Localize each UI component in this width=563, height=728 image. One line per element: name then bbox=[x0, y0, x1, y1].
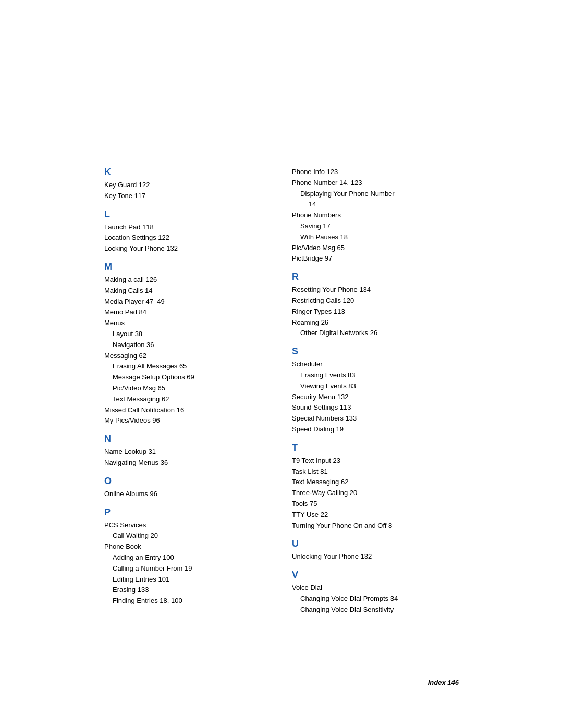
section-letter-r: R bbox=[292, 272, 459, 282]
entry: Unlocking Your Phone 132 bbox=[292, 551, 459, 562]
section-entries-n: Name Lookup 31 Navigating Menus 36 bbox=[104, 447, 271, 468]
entry: Location Settings 122 bbox=[104, 232, 271, 243]
entry: Launch Pad 118 bbox=[104, 222, 271, 233]
section-p: P PCS Services Call Waiting 20 Phone Boo… bbox=[104, 507, 271, 607]
entry: Memo Pad 84 bbox=[104, 307, 271, 318]
section-entries-l: Launch Pad 118 Location Settings 122 Loc… bbox=[104, 222, 271, 254]
section-letter-v: V bbox=[292, 570, 459, 581]
entry: Phone Number 14, 123 bbox=[292, 178, 459, 189]
section-letter-k: K bbox=[104, 167, 271, 178]
entry: Key Guard 122 bbox=[104, 180, 271, 191]
sub-entry: Navigation 36 bbox=[104, 340, 271, 351]
entry: TTY Use 22 bbox=[292, 510, 459, 521]
section-entries-t: T9 Text Input 23 Task List 81 Text Messa… bbox=[292, 455, 459, 532]
section-letter-l: L bbox=[104, 209, 271, 220]
sub-sub-entry: 14 bbox=[292, 199, 459, 210]
entry: Making Calls 14 bbox=[104, 286, 271, 297]
section-entries-u: Unlocking Your Phone 132 bbox=[292, 551, 459, 562]
sub-entry: Viewing Events 83 bbox=[292, 381, 459, 392]
page-footer: Index 146 bbox=[428, 678, 459, 686]
section-n: N Name Lookup 31 Navigating Menus 36 bbox=[104, 434, 271, 468]
entry: Phone Numbers bbox=[292, 210, 459, 221]
sub-entry: Call Waiting 20 bbox=[104, 530, 271, 541]
entry: Ringer Types 113 bbox=[292, 306, 459, 317]
section-entries-r: Resetting Your Phone 134 Restricting Cal… bbox=[292, 285, 459, 339]
entry: Making a call 126 bbox=[104, 275, 271, 286]
section-letter-s: S bbox=[292, 346, 459, 357]
section-r: R Resetting Your Phone 134 Restricting C… bbox=[292, 272, 459, 339]
section-t: T T9 Text Input 23 Task List 81 Text Mes… bbox=[292, 442, 459, 532]
sub-entry: Message Setup Options 69 bbox=[104, 372, 271, 383]
entry: Three-Way Calling 20 bbox=[292, 488, 459, 499]
page: K Key Guard 122 Key Tone 117 L Launch Pa… bbox=[0, 0, 563, 728]
sub-entry: Text Messaging 62 bbox=[104, 394, 271, 405]
sub-entry: Erasing All Messages 65 bbox=[104, 361, 271, 372]
entry: PictBridge 97 bbox=[292, 253, 459, 264]
sub-entry: Editing Entries 101 bbox=[104, 574, 271, 585]
entry: Roaming 26 bbox=[292, 317, 459, 328]
sub-entry: Finding Entries 18, 100 bbox=[104, 596, 271, 607]
section-l: L Launch Pad 118 Location Settings 122 L… bbox=[104, 209, 271, 254]
entry: Pic/Video Msg 65 bbox=[292, 243, 459, 254]
section-letter-m: M bbox=[104, 262, 271, 273]
entry: Special Numbers 133 bbox=[292, 413, 459, 424]
footer-text: Index 146 bbox=[428, 678, 459, 686]
section-k: K Key Guard 122 Key Tone 117 bbox=[104, 167, 271, 202]
sub-entry: Calling a Number From 19 bbox=[104, 563, 271, 574]
entry: Speed Dialing 19 bbox=[292, 424, 459, 435]
section-m: M Making a call 126 Making Calls 14 Medi… bbox=[104, 262, 271, 426]
section-entries-o: Online Albums 96 bbox=[104, 489, 271, 500]
entry: Name Lookup 31 bbox=[104, 447, 271, 458]
sub-entry: Erasing 133 bbox=[104, 585, 271, 596]
entry: Text Messaging 62 bbox=[292, 477, 459, 488]
entry: Resetting Your Phone 134 bbox=[292, 285, 459, 295]
sub-entry: Pic/Video Msg 65 bbox=[104, 383, 271, 394]
section-entries-m: Making a call 126 Making Calls 14 Media … bbox=[104, 275, 271, 426]
entry: Restricting Calls 120 bbox=[292, 295, 459, 306]
entry: Scheduler bbox=[292, 359, 459, 370]
section-letter-o: O bbox=[104, 476, 271, 487]
section-entries-v: Voice Dial Changing Voice Dial Prompts 3… bbox=[292, 583, 459, 615]
section-u: U Unlocking Your Phone 132 bbox=[292, 538, 459, 562]
section-o: O Online Albums 96 bbox=[104, 476, 271, 500]
sub-entry: Adding an Entry 100 bbox=[104, 552, 271, 563]
entry: Sound Settings 113 bbox=[292, 402, 459, 413]
sub-entry: With Pauses 18 bbox=[292, 232, 459, 243]
section-entries-s: Scheduler Erasing Events 83 Viewing Even… bbox=[292, 359, 459, 435]
entry: Key Tone 117 bbox=[104, 191, 271, 202]
entry: Tools 75 bbox=[292, 499, 459, 510]
entry: Messaging 62 bbox=[104, 351, 271, 362]
entry: My Pics/Videos 96 bbox=[104, 415, 271, 426]
sub-entry: Saving 17 bbox=[292, 221, 459, 232]
sub-entry: Changing Voice Dial Prompts 34 bbox=[292, 594, 459, 604]
entry: T9 Text Input 23 bbox=[292, 455, 459, 466]
sub-entry: Displaying Your Phone Number bbox=[292, 189, 459, 200]
section-letter-u: U bbox=[292, 538, 459, 549]
section-p-cont: Phone Info 123 Phone Number 14, 123 Disp… bbox=[292, 167, 459, 264]
section-entries-p: PCS Services Call Waiting 20 Phone Book … bbox=[104, 520, 271, 607]
sub-entry: Changing Voice Dial Sensitivity bbox=[292, 604, 459, 615]
entry: Online Albums 96 bbox=[104, 489, 271, 500]
sub-entry: Erasing Events 83 bbox=[292, 370, 459, 381]
entry: Phone Book bbox=[104, 541, 271, 552]
entry: Phone Info 123 bbox=[292, 167, 459, 178]
entry: Task List 81 bbox=[292, 466, 459, 477]
entry: Locking Your Phone 132 bbox=[104, 243, 271, 254]
entry: PCS Services bbox=[104, 520, 271, 531]
entry: Security Menu 132 bbox=[292, 392, 459, 403]
section-v: V Voice Dial Changing Voice Dial Prompts… bbox=[292, 570, 459, 615]
entry: Turning Your Phone On and Off 8 bbox=[292, 521, 459, 532]
section-letter-p: P bbox=[104, 507, 271, 518]
right-column: Phone Info 123 Phone Number 14, 123 Disp… bbox=[292, 167, 459, 623]
entry: Media Player 47–49 bbox=[104, 297, 271, 307]
section-letter-n: N bbox=[104, 434, 271, 445]
section-s: S Scheduler Erasing Events 83 Viewing Ev… bbox=[292, 346, 459, 435]
section-entries-k: Key Guard 122 Key Tone 117 bbox=[104, 180, 271, 202]
entry: Navigating Menus 36 bbox=[104, 458, 271, 468]
entry: Menus bbox=[104, 318, 271, 329]
sub-entry: Other Digital Networks 26 bbox=[292, 328, 459, 339]
sub-entry: Layout 38 bbox=[104, 329, 271, 340]
entry: Missed Call Notification 16 bbox=[104, 405, 271, 416]
entry: Voice Dial bbox=[292, 583, 459, 594]
section-letter-t: T bbox=[292, 442, 459, 453]
